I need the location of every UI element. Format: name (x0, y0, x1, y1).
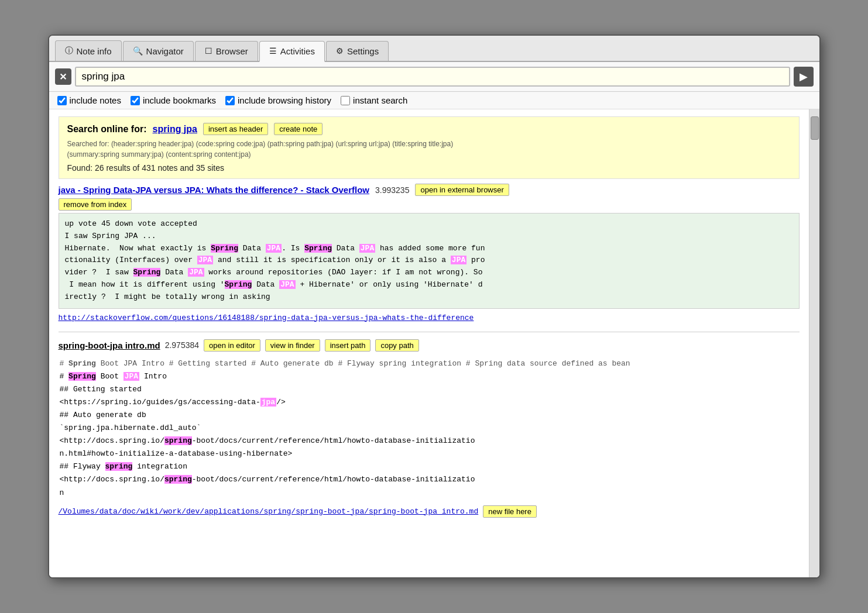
results-panel: Search online for: spring jpa insert as … (49, 109, 809, 577)
search-bar: ✕ ▶ (49, 62, 819, 92)
result-1-title-link[interactable]: java - Spring Data-JPA versus JPA: Whats… (59, 185, 370, 195)
result-1-title-line: java - Spring Data-JPA versus JPA: Whats… (59, 184, 800, 196)
result-2-title-link[interactable]: spring-boot-jpa intro.md (59, 340, 160, 350)
include-browsing-history-checkbox[interactable] (225, 96, 235, 105)
result-1-url[interactable]: http://stackoverflow.com/questions/16148… (59, 314, 474, 322)
result-2-path-line: /Volumes/data/doc/wiki/work/dev/applicat… (59, 505, 800, 518)
insert-path-button[interactable]: insert path (325, 339, 371, 352)
search-run-button[interactable]: ▶ (794, 67, 814, 87)
instant-search-label: instant search (353, 95, 407, 105)
tab-navigator-label: Navigator (146, 46, 184, 56)
option-include-bookmarks[interactable]: include bookmarks (131, 95, 216, 105)
activities-icon: ☰ (269, 46, 277, 56)
scrollbar-thumb[interactable] (811, 116, 819, 140)
include-notes-checkbox[interactable] (57, 96, 67, 105)
include-browsing-history-label: include browsing history (238, 95, 331, 105)
search-online-section: Search online for: spring jpa insert as … (59, 116, 800, 179)
result-1-excerpt: up vote 45 down vote accepted I saw Spri… (59, 213, 800, 309)
tab-settings-label: Settings (347, 46, 379, 56)
tab-activities-label: Activities (280, 46, 315, 56)
search-online-line: Search online for: spring jpa insert as … (67, 123, 791, 135)
tab-bar: ⓘ Note info 🔍 Navigator ☐ Browser ☰ Acti… (49, 36, 819, 62)
search-online-query-link[interactable]: spring jpa (153, 124, 197, 135)
insert-as-header-button[interactable]: insert as header (203, 123, 268, 135)
copy-path-button[interactable]: copy path (375, 339, 418, 352)
option-include-notes[interactable]: include notes (57, 95, 121, 105)
search-query-detail: Searched for: (header:spring header:jpa)… (67, 139, 791, 160)
tab-navigator[interactable]: 🔍 Navigator (123, 41, 194, 61)
open-in-editor-button[interactable]: open in editor (204, 339, 260, 352)
create-note-button[interactable]: create note (274, 123, 323, 135)
result-2-excerpt: # Spring Boot JPA Intro # Getting starte… (59, 354, 800, 503)
view-in-finder-button[interactable]: view in finder (265, 339, 320, 352)
result-2-title-line: spring-boot-jpa intro.md 2.975384 open i… (59, 339, 800, 352)
scrollbar[interactable] (809, 109, 819, 577)
new-file-here-button[interactable]: new file here (483, 505, 537, 518)
open-in-external-browser-button[interactable]: open in external browser (415, 184, 509, 196)
content-area: Search online for: spring jpa insert as … (49, 109, 819, 577)
include-bookmarks-checkbox[interactable] (131, 96, 140, 105)
include-notes-label: include notes (70, 95, 121, 105)
result-item-1: java - Spring Data-JPA versus JPA: Whats… (59, 184, 800, 322)
search-icon: 🔍 (133, 46, 143, 56)
option-instant-search[interactable]: instant search (341, 95, 407, 105)
remove-from-index-button[interactable]: remove from index (59, 198, 132, 211)
search-clear-button[interactable]: ✕ (55, 68, 71, 85)
tab-browser[interactable]: ☐ Browser (195, 41, 258, 61)
divider-1 (59, 332, 800, 332)
main-window: ⓘ Note info 🔍 Navigator ☐ Browser ☰ Acti… (48, 35, 821, 578)
result-2-score: 2.975384 (165, 340, 199, 350)
result-item-2: spring-boot-jpa intro.md 2.975384 open i… (59, 339, 800, 518)
result-2-file-path[interactable]: /Volumes/data/doc/wiki/work/dev/applicat… (59, 507, 479, 516)
options-row: include notes include bookmarks include … (49, 92, 819, 109)
result-1-score: 3.993235 (375, 185, 409, 195)
tab-note-info-label: Note info (77, 46, 112, 56)
tab-settings[interactable]: ⚙ Settings (326, 41, 389, 61)
tab-note-info[interactable]: ⓘ Note info (55, 40, 122, 61)
tab-browser-label: Browser (216, 46, 248, 56)
found-count: Found: 26 results of 431 notes and 35 si… (67, 163, 791, 173)
instant-search-checkbox[interactable] (341, 96, 350, 105)
settings-icon: ⚙ (336, 46, 344, 56)
info-icon: ⓘ (65, 46, 73, 56)
browser-icon: ☐ (205, 46, 212, 56)
search-input[interactable] (75, 67, 790, 87)
search-online-prefix: Search online for: (67, 124, 147, 135)
tab-activities[interactable]: ☰ Activities (259, 41, 325, 62)
include-bookmarks-label: include bookmarks (143, 95, 216, 105)
option-include-browsing-history[interactable]: include browsing history (225, 95, 331, 105)
